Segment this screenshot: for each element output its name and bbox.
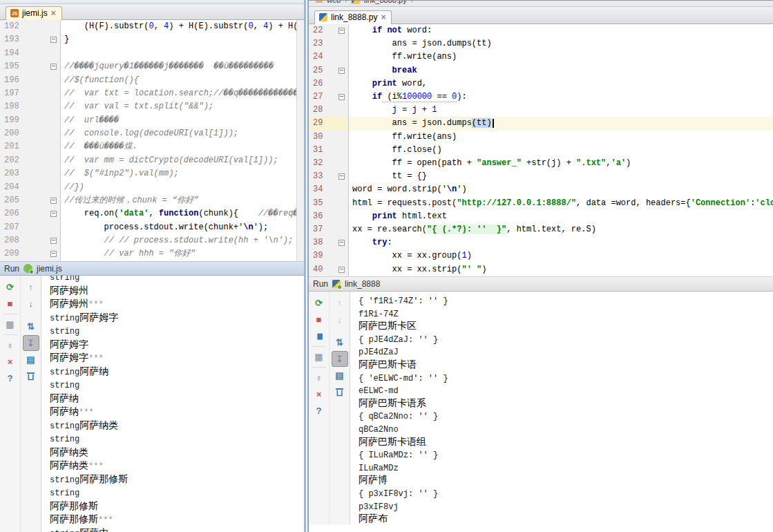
editor-scrollbar[interactable] <box>296 20 304 261</box>
console-line: { qBCa2Nno: '' } <box>359 409 773 422</box>
fold-marker[interactable] <box>338 240 345 246</box>
code-line: 32 ff = open(path + "answer_" +str(j) + … <box>309 157 773 170</box>
close-icon[interactable]: × <box>311 386 327 402</box>
line-number: 23 <box>309 37 349 50</box>
fold-marker[interactable] <box>338 28 345 34</box>
close-icon[interactable]: × <box>2 354 19 370</box>
code-text: // var mm = dictCrypto(decodeURI(val[1])… <box>61 154 304 167</box>
code-text: xx = xx.strip("' ") <box>349 263 773 276</box>
code-text: (H(F).substr(0, 4) + H(E).substr(0, 4) +… <box>61 20 304 33</box>
pause-icon[interactable]: ▮▮ <box>311 328 327 344</box>
pin-icon[interactable]: ♁ <box>2 337 19 353</box>
right-run-toolwindow-header[interactable]: Run link_8888 <box>309 276 773 292</box>
layout-icon[interactable]: ▦ <box>2 316 19 332</box>
tab-jiemi-js[interactable]: JS jiemi.js × <box>6 6 62 20</box>
line-number: 205 <box>0 194 61 207</box>
tab-title: link_8888.py <box>331 12 377 22</box>
console-line: 阿萨博 <box>359 473 773 486</box>
code-line: 37xx = re.search("{ (.*?): '' }", html.t… <box>309 223 773 236</box>
code-text: ff = open(path + "answer_" +str(j) + ".t… <box>349 157 773 170</box>
toolbar-divider <box>3 334 17 335</box>
stop-icon[interactable]: ■ <box>311 312 327 327</box>
code-text: ff.write(ans) <box>349 131 773 144</box>
close-icon[interactable]: × <box>381 14 385 21</box>
fold-marker[interactable] <box>50 64 57 70</box>
code-text: process.stdout.write(chunk+'\n'); <box>61 221 304 234</box>
scroll-end-icon[interactable]: ↧ <box>23 335 39 351</box>
line-number: 208 <box>0 234 61 247</box>
code-line: 209 // var hhh = "你好" <box>0 247 304 260</box>
fold-marker[interactable] <box>338 267 345 273</box>
down-icon[interactable]: ↓ <box>332 312 348 327</box>
console-line: 阿萨巴斯卡语系 <box>359 397 773 410</box>
code-text: ff.close() <box>349 144 773 157</box>
code-text: print html.text <box>349 210 773 223</box>
run-target: link_8888 <box>345 279 380 289</box>
scroll-end-icon[interactable]: ↧ <box>332 351 348 367</box>
layout-icon[interactable]: ▦ <box>311 349 327 365</box>
left-editor-tabbar: JS jiemi.js × <box>0 4 304 20</box>
line-number: 192 <box>0 20 61 33</box>
line-number: 199 <box>0 114 61 127</box>
stop-icon[interactable]: ■ <box>2 296 19 312</box>
help-icon[interactable]: ? <box>311 403 327 419</box>
line-number: 203 <box>0 167 61 180</box>
code-text: tt = {} <box>349 170 773 183</box>
console-line: string阿萨纳类 <box>50 418 304 432</box>
down-icon[interactable]: ↓ <box>23 296 39 312</box>
tab-link-8888-py[interactable]: link_8888.py × <box>314 10 392 24</box>
left-console-toolbar-side: ↑↓⇅↧▤⊔ <box>21 276 41 532</box>
fold-marker[interactable] <box>50 251 57 257</box>
close-icon[interactable]: × <box>51 10 56 17</box>
softwrap-icon[interactable]: ⇅ <box>23 319 39 334</box>
python-file-icon <box>352 1 360 4</box>
breadcrumb-separator: › <box>411 1 414 4</box>
code-text: // $("#inp2").val(mm); <box>61 167 304 180</box>
breadcrumb-item-web[interactable]: web <box>327 1 341 4</box>
rerun-icon[interactable]: ⟳ <box>2 279 19 295</box>
console-line: 阿萨纳 <box>50 391 304 405</box>
print-icon[interactable]: ▤ <box>23 352 39 368</box>
console-line: string <box>50 323 304 337</box>
left-run-toolwindow-header[interactable]: Run jiemi.js <box>0 261 304 276</box>
text-cursor <box>493 119 494 128</box>
console-line: 阿萨巴斯卡区 <box>359 319 773 332</box>
code-line: 201// ���ü����煤. <box>0 140 304 153</box>
breadcrumb-item-file[interactable]: link_8888.py <box>364 1 407 4</box>
fold-marker[interactable] <box>50 198 57 204</box>
up-icon[interactable]: ↑ <box>23 279 39 295</box>
clear-icon[interactable]: ⊔ <box>23 368 39 384</box>
fold-marker[interactable] <box>338 68 345 74</box>
console-line: qBCa2Nno <box>359 422 773 435</box>
help-icon[interactable]: ? <box>2 370 19 386</box>
code-line: 22 if not word: <box>309 24 773 37</box>
python-file-icon <box>319 13 327 21</box>
code-text: try: <box>349 236 773 249</box>
print-icon[interactable]: ▤ <box>332 368 348 383</box>
pin-icon[interactable]: ♁ <box>311 370 327 386</box>
rerun-icon[interactable]: ⟳ <box>311 295 327 311</box>
line-number: 207 <box>0 221 61 234</box>
fold-marker[interactable] <box>338 94 345 100</box>
up-icon[interactable]: ↑ <box>332 295 348 311</box>
fold-marker[interactable] <box>50 37 57 43</box>
toolbar-divider <box>312 367 326 368</box>
line-number: 37 <box>309 223 349 236</box>
line-number: 26 <box>309 77 349 91</box>
softwrap-icon[interactable]: ⇅ <box>332 334 348 350</box>
fold-marker[interactable] <box>50 238 57 244</box>
javascript-file-icon: JS <box>10 9 19 17</box>
fold-marker[interactable] <box>50 211 57 217</box>
clear-icon[interactable]: ⊔ <box>332 384 348 400</box>
right-code-editor[interactable]: 22 if not word:23 ans = json.dumps(tt)24… <box>309 24 773 276</box>
fold-marker[interactable] <box>338 173 345 180</box>
line-number: 40 <box>309 263 349 276</box>
console-line: 阿萨巴斯卡语 <box>359 358 773 371</box>
code-line: 30 ff.write(ans) <box>309 131 773 144</box>
console-line: { p3xIF8vj: '' } <box>359 486 773 500</box>
console-line: 阿萨姆字*** <box>50 350 304 364</box>
console-line: 阿萨姆州*** <box>50 296 304 310</box>
left-code-editor[interactable]: 192 (H(F).substr(0, 4) + H(E).substr(0, … <box>0 20 304 261</box>
console-line: 阿萨姆州 <box>50 283 304 297</box>
console-line: { pJE4dZaJ: '' } <box>359 332 773 345</box>
